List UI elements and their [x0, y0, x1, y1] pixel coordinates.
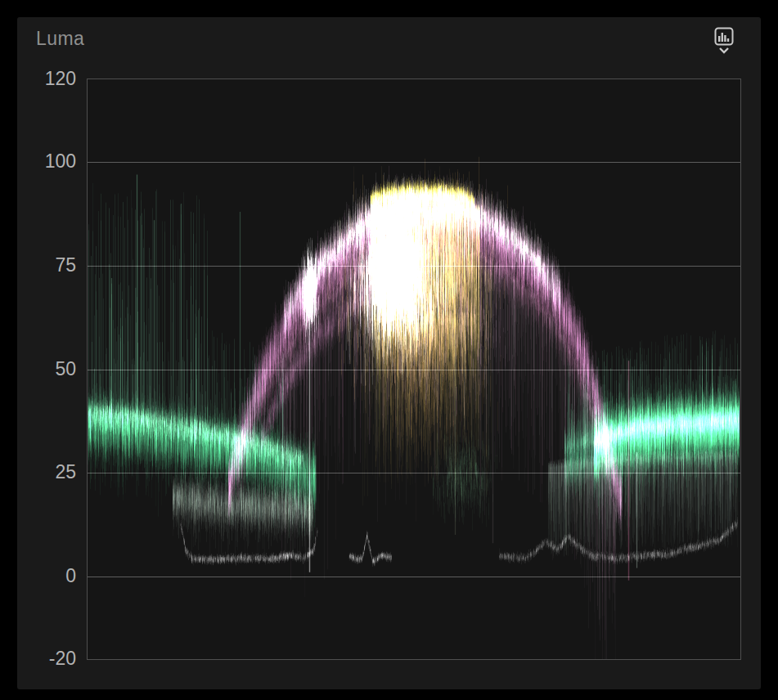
- scope-settings-button[interactable]: [708, 22, 740, 63]
- y-axis-label: 0: [65, 565, 76, 587]
- y-axis-label: 100: [45, 150, 76, 173]
- histogram-icon: [713, 26, 735, 57]
- y-axis-label: 50: [55, 358, 76, 380]
- y-axis-labels: 1201007550250-20: [17, 17, 76, 689]
- y-axis-label: 120: [45, 68, 76, 90]
- chevron-down-icon: [720, 48, 728, 52]
- y-axis-label: -20: [49, 648, 76, 670]
- scope-grid: [87, 79, 741, 660]
- desktop-background: { "panel": { "title": "Luma", "bg": "#1a…: [0, 0, 778, 700]
- waveform-display: [88, 79, 740, 659]
- luma-scope-panel: Luma 1201007550250-20: [17, 17, 761, 689]
- y-axis-label: 25: [55, 461, 76, 483]
- y-axis-label: 75: [55, 254, 76, 276]
